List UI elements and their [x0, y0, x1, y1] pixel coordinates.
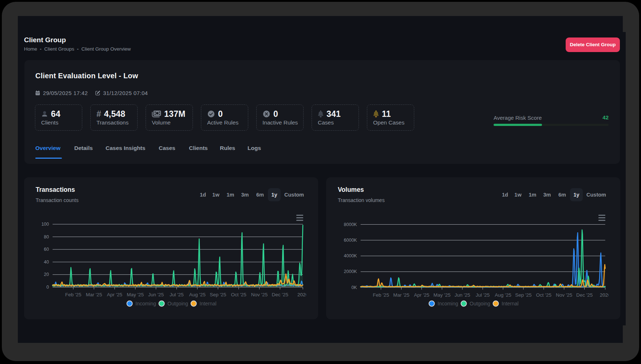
svg-text:Apr '25: Apr '25 — [107, 292, 122, 297]
svg-text:Nov '25: Nov '25 — [556, 292, 572, 298]
svg-text:100: 100 — [41, 222, 49, 227]
svg-text:0K: 0K — [351, 285, 357, 290]
svg-text:Sep '25: Sep '25 — [210, 292, 226, 297]
svg-text:Incoming: Incoming — [135, 301, 156, 306]
svg-text:Mar '25: Mar '25 — [393, 292, 409, 298]
svg-text:4000K: 4000K — [344, 253, 357, 258]
svg-text:Sep '25: Sep '25 — [515, 292, 531, 298]
svg-text:Internal: Internal — [502, 301, 519, 306]
svg-text:Jun '25: Jun '25 — [148, 292, 164, 297]
svg-text:Apr '25: Apr '25 — [414, 292, 429, 298]
svg-text:8000K: 8000K — [344, 222, 357, 227]
svg-text:Jul '25: Jul '25 — [170, 292, 184, 297]
svg-text:Outgoing: Outgoing — [470, 301, 490, 306]
svg-text:Incoming: Incoming — [438, 301, 458, 306]
svg-text:Feb '25: Feb '25 — [373, 292, 389, 298]
svg-text:6000K: 6000K — [344, 238, 357, 243]
svg-text:Mar '25: Mar '25 — [86, 292, 102, 297]
svg-text:Aug '25: Aug '25 — [495, 292, 511, 298]
svg-text:Jun '25: Jun '25 — [455, 292, 470, 298]
svg-text:Jul '25: Jul '25 — [476, 292, 490, 298]
svg-text:Aug '25: Aug '25 — [189, 292, 205, 297]
svg-text:Oct '25: Oct '25 — [536, 292, 551, 298]
svg-text:80: 80 — [44, 234, 49, 240]
svg-text:Feb '25: Feb '25 — [65, 292, 82, 297]
svg-text:May '25: May '25 — [127, 292, 144, 297]
svg-text:2026: 2026 — [297, 292, 308, 297]
svg-text:Internal: Internal — [199, 301, 217, 306]
svg-text:2000K: 2000K — [344, 269, 357, 274]
svg-text:2026: 2026 — [600, 292, 611, 298]
svg-text:Oct '25: Oct '25 — [231, 292, 246, 297]
svg-text:Dec '25: Dec '25 — [272, 292, 288, 297]
svg-text:May '25: May '25 — [434, 292, 451, 298]
svg-text:40: 40 — [44, 260, 49, 265]
svg-text:Dec '25: Dec '25 — [576, 292, 593, 298]
svg-text:Outgoing: Outgoing — [167, 301, 188, 306]
svg-text:60: 60 — [44, 247, 49, 252]
svg-text:Nov '25: Nov '25 — [251, 292, 268, 297]
svg-text:0: 0 — [47, 285, 49, 290]
svg-text:20: 20 — [44, 272, 49, 277]
